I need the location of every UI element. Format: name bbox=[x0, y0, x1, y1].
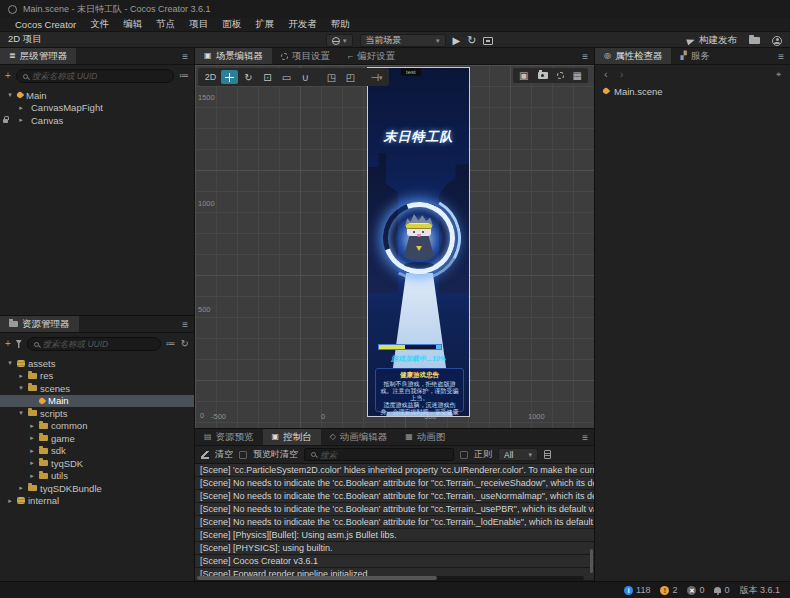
tree-arrow-icon[interactable] bbox=[17, 372, 25, 380]
scene-editor-tab[interactable]: 项目设置 bbox=[272, 48, 339, 64]
log-row[interactable]: [Scene] [PHYSICS]: using builtin. bbox=[195, 542, 594, 555]
assets-list-options-icon[interactable]: ≔ bbox=[166, 339, 176, 349]
asset-node[interactable]: scripts bbox=[0, 407, 194, 420]
game-preview-canvas[interactable]: test 末日特工队 bbox=[367, 67, 470, 417]
panel-menu-icon[interactable]: ≡ bbox=[182, 319, 188, 330]
menu-item[interactable]: 面板 bbox=[215, 18, 248, 31]
export-log-icon[interactable] bbox=[544, 450, 551, 459]
asset-node[interactable]: game bbox=[0, 432, 194, 445]
scale-tool-button[interactable]: ⊡ bbox=[259, 70, 276, 84]
refresh-button[interactable]: ↻ bbox=[467, 35, 476, 46]
asset-node[interactable]: scenes bbox=[0, 382, 194, 395]
panel-menu-icon[interactable]: ≡ bbox=[582, 51, 588, 62]
rotate-tool-button[interactable]: ↻ bbox=[240, 70, 257, 84]
inspector-tab[interactable]: 服务 bbox=[671, 48, 718, 64]
hierarchy-node[interactable]: Canvas bbox=[0, 114, 194, 127]
error-count-badge[interactable]: ✕ 0 bbox=[687, 585, 704, 595]
asset-node[interactable]: common bbox=[0, 420, 194, 433]
camera-icon[interactable] bbox=[538, 72, 548, 79]
filter-icon[interactable] bbox=[16, 340, 22, 348]
hierarchy-search[interactable] bbox=[16, 69, 174, 83]
menu-item[interactable]: 文件 bbox=[83, 18, 116, 31]
asset-node[interactable]: assets bbox=[0, 357, 194, 370]
menu-item[interactable]: 帮助 bbox=[324, 18, 357, 31]
build-publish-button[interactable]: 构建发布 bbox=[687, 34, 737, 47]
clear-on-preview-checkbox[interactable] bbox=[239, 451, 247, 459]
asset-node[interactable]: res bbox=[0, 370, 194, 383]
rect-tool-button[interactable]: ▭ bbox=[278, 70, 295, 84]
account-button[interactable] bbox=[772, 36, 782, 46]
asset-node[interactable]: tyqSDK bbox=[0, 457, 194, 470]
pin-icon[interactable]: ⌖ bbox=[776, 69, 781, 80]
vertical-scrollbar-thumb[interactable] bbox=[590, 549, 593, 573]
assets-search-input[interactable] bbox=[43, 339, 154, 349]
tree-arrow-icon[interactable] bbox=[6, 359, 14, 367]
scrollbar-thumb[interactable] bbox=[197, 576, 437, 580]
menu-item[interactable]: 编辑 bbox=[116, 18, 149, 31]
horizontal-scrollbar[interactable] bbox=[197, 576, 584, 580]
tree-arrow-icon[interactable] bbox=[28, 397, 36, 405]
tree-arrow-icon[interactable] bbox=[6, 497, 14, 505]
tree-arrow-icon[interactable] bbox=[17, 116, 25, 124]
log-level-filter[interactable]: All ▾ bbox=[498, 448, 538, 461]
tree-arrow-icon[interactable] bbox=[28, 459, 36, 467]
console-panel-tab[interactable]: 动画图 bbox=[396, 429, 454, 445]
log-row[interactable]: [Scene] Cocos Creator v3.6.1 bbox=[195, 555, 594, 568]
menu-item[interactable]: 节点 bbox=[149, 18, 182, 31]
menu-item[interactable]: Cocos Creator bbox=[8, 19, 83, 30]
transform-tool-button[interactable]: ∪ bbox=[297, 70, 314, 84]
log-row[interactable]: [Scene] No needs to indicate the 'cc.Boo… bbox=[195, 490, 594, 503]
gizmo-visibility-button[interactable]: ▣ bbox=[519, 70, 528, 81]
hierarchy-list-options-icon[interactable]: ≔ bbox=[179, 71, 189, 81]
log-row[interactable]: [Scene] No needs to indicate the 'cc.Boo… bbox=[195, 503, 594, 516]
move-tool-button[interactable] bbox=[221, 70, 238, 84]
scene-editor-tab[interactable]: 场景编辑器 bbox=[195, 48, 272, 64]
nav-forward-button[interactable]: › bbox=[620, 69, 624, 80]
warning-count-badge[interactable]: ! 2 bbox=[660, 585, 677, 595]
clear-console-label[interactable]: 清空 bbox=[215, 448, 233, 461]
add-asset-button[interactable]: + bbox=[5, 339, 11, 349]
regex-checkbox[interactable] bbox=[460, 451, 468, 459]
log-row[interactable]: [Scene] [Physics][Bullet]: Using asm.js … bbox=[195, 529, 594, 542]
console-panel-tab[interactable]: 控制台 bbox=[263, 429, 321, 445]
nav-back-button[interactable]: ‹ bbox=[604, 69, 608, 80]
hierarchy-node[interactable]: CanvasMapFight bbox=[0, 102, 194, 115]
tree-arrow-icon[interactable] bbox=[17, 104, 25, 112]
asset-node[interactable]: Main bbox=[0, 395, 194, 408]
console-panel-tab[interactable]: 动画编辑器 bbox=[321, 429, 397, 445]
scene-select[interactable]: 当前场景 ▾ bbox=[360, 34, 446, 47]
hierarchy-search-input[interactable] bbox=[32, 71, 167, 81]
log-row[interactable]: [Scene] 'cc.ParticleSystem2D.color' hide… bbox=[195, 464, 594, 477]
tab-hierarchy[interactable]: 层级管理器 bbox=[0, 48, 76, 64]
2d-3d-toggle[interactable]: 2D bbox=[202, 70, 219, 84]
tree-arrow-icon[interactable] bbox=[17, 484, 25, 492]
scene-editor-tab[interactable]: 偏好设置 bbox=[339, 48, 404, 64]
assets-search[interactable] bbox=[27, 337, 161, 351]
clear-console-icon[interactable] bbox=[201, 451, 209, 459]
grid-toggle-button[interactable]: ▦ bbox=[573, 70, 582, 81]
console-panel-tab[interactable]: 资源预览 bbox=[195, 429, 263, 445]
panel-menu-icon[interactable]: ≡ bbox=[778, 51, 784, 62]
asset-node[interactable]: utils bbox=[0, 470, 194, 483]
panel-menu-icon[interactable]: ≡ bbox=[582, 432, 588, 443]
snap-settings-dropdown[interactable]: ⊣ ▾ bbox=[368, 70, 385, 84]
inspected-item[interactable]: Main.scene bbox=[595, 83, 790, 99]
open-project-folder-button[interactable] bbox=[749, 37, 760, 44]
asset-node[interactable]: internal bbox=[0, 495, 194, 508]
log-row[interactable]: [Scene] No needs to indicate the 'cc.Boo… bbox=[195, 516, 594, 529]
tree-arrow-icon[interactable] bbox=[17, 384, 25, 392]
info-count-badge[interactable]: i 118 bbox=[624, 585, 650, 595]
play-button[interactable]: ▶ bbox=[453, 36, 461, 46]
coordinate-toggle-button[interactable]: ◰ bbox=[342, 70, 359, 84]
log-row[interactable]: [Scene] No needs to indicate the 'cc.Boo… bbox=[195, 477, 594, 490]
hierarchy-node[interactable]: Main bbox=[0, 89, 194, 102]
tree-arrow-icon[interactable] bbox=[28, 472, 36, 480]
platform-select[interactable]: ▾ bbox=[326, 34, 353, 47]
menu-item[interactable]: 开发者 bbox=[281, 18, 324, 31]
preview-device-button[interactable] bbox=[483, 37, 493, 45]
pivot-toggle-button[interactable]: ◳ bbox=[323, 70, 340, 84]
panel-menu-icon[interactable]: ≡ bbox=[182, 51, 188, 62]
notification-badge[interactable]: 0 bbox=[714, 585, 729, 595]
console-search-input[interactable] bbox=[320, 450, 447, 460]
scene-viewport[interactable]: 2D ↻ ⊡ ▭ ∪ ◳ ◰ ⊣ ▾ ▣ bbox=[195, 65, 594, 428]
